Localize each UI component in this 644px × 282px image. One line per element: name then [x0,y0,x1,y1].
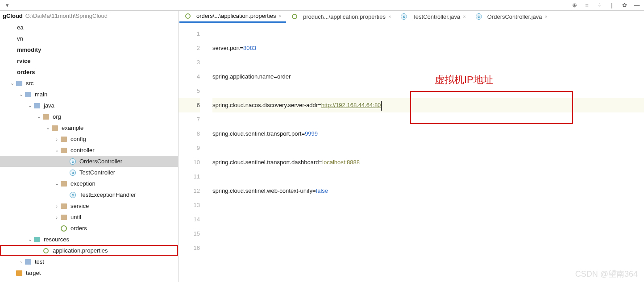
tree-row[interactable]: target [0,267,178,278]
code-line[interactable]: spring.cloud.sentinel.transport.port=999… [212,127,644,141]
tree-label: orders [70,225,87,232]
tree-label: src [25,80,33,87]
editor-tab[interactable]: cTestController.java× [395,11,470,23]
tree-row[interactable]: ⌄main [0,89,178,100]
code-line[interactable]: server.port=8083 [212,41,644,55]
tree-label: TestExceptionHandler [79,191,136,198]
chevron-icon[interactable]: ⌄ [18,91,24,97]
editor-tab[interactable]: orders\...\application.properties× [179,11,286,23]
code-line[interactable] [212,27,644,41]
chevron-icon[interactable]: › [54,203,60,209]
folder-icon [60,180,68,188]
tree-label: service [70,203,89,209]
folder-blue-icon [24,258,32,266]
project-path: G:\DaiMa\11month\SpringCloud [25,12,108,19]
code-line[interactable]: spring.application.name=order [212,70,644,84]
tree-label: resources [43,236,69,243]
folder-blue-icon [15,79,23,87]
tree-row[interactable]: rvice [0,55,178,66]
line-number: 16 [179,241,200,255]
tree-row[interactable]: ea [0,22,178,33]
chevron-icon[interactable]: ⌄ [9,80,15,86]
tree-label: example [61,124,83,131]
tree-label: test [34,258,44,265]
tree-row[interactable]: ›test [0,256,178,267]
line-number: 2 [179,41,200,55]
tree-row[interactable]: cOrdersController [0,156,178,167]
code-line[interactable] [212,55,644,70]
tree-row[interactable]: ›until [0,212,178,223]
cfile-icon: c [69,169,77,177]
line-gutter: 12345678910111213141516 [179,23,205,282]
tree-row[interactable]: ›config [0,133,178,145]
minimize-icon[interactable]: — [632,2,641,8]
line-number: 3 [179,55,200,70]
code-line[interactable]: spring.cloud.sentinel.transport.dashboar… [212,155,644,170]
tree-row[interactable]: ⌄org [0,111,178,122]
line-number: 10 [179,155,200,170]
line-number: 15 [179,227,200,241]
target-icon[interactable]: ⊕ [570,2,579,8]
close-icon[interactable]: × [388,14,391,19]
tree-row[interactable]: orders [0,66,178,78]
gear-icon[interactable]: ✿ [620,2,629,8]
line-number: 14 [179,212,200,227]
close-icon[interactable]: × [545,14,548,19]
editor-tab[interactable]: cOrdersController.java× [470,11,552,23]
tree-row[interactable]: ›service [0,200,178,212]
line-number: 12 [179,184,200,198]
tree-row[interactable]: vn [0,33,178,44]
line-number: 9 [179,141,200,155]
cfile-icon: c [475,12,483,21]
chevron-icon[interactable]: ⌄ [36,114,42,120]
folder-icon [42,113,50,121]
close-icon[interactable]: × [463,14,465,19]
code-line[interactable] [212,141,644,155]
tree-row[interactable]: ⌄resources [0,234,178,245]
tab-label: orders\...\application.properties [196,12,276,19]
folder-teal-icon [33,236,41,244]
chevron-icon[interactable]: ⌄ [45,125,51,131]
editor-tabs[interactable]: orders\...\application.properties×produc… [179,11,644,23]
code-line[interactable] [212,241,644,255]
chevron-icon[interactable]: › [18,259,24,265]
tree-row[interactable]: ⌄exception [0,178,178,189]
tree-row[interactable]: ⌄src [0,78,178,89]
file-tree[interactable]: eavnmmodityrviceorders⌄src⌄main⌄java⌄org… [0,21,178,282]
chevron-icon[interactable]: ⌄ [27,236,33,242]
line-number: 4 [179,70,200,84]
dropdown-arrow-icon[interactable]: ▾ [3,2,12,8]
code-line[interactable] [212,198,644,212]
code-line[interactable] [212,170,644,184]
chevron-icon[interactable]: › [54,137,60,142]
code-line[interactable] [212,212,644,227]
tree-row[interactable]: ⌄controller [0,145,178,156]
code-line[interactable] [212,227,644,241]
chevron-icon[interactable]: › [54,215,60,220]
code-lines[interactable]: 虚拟机IP地址 server.port=8083spring.applicati… [205,23,644,282]
tree-label: java [43,102,54,109]
tab-label: product\...\application.properties [303,13,386,20]
folder-icon [60,202,68,210]
project-name[interactable]: gCloud [3,12,23,19]
editor-tab[interactable]: product\...\application.properties× [286,11,395,23]
project-sidebar: gCloud G:\DaiMa\11month\SpringCloud eavn… [0,11,179,282]
tree-row[interactable]: cTestController [0,167,178,178]
collapse-icon[interactable]: ÷ [595,2,604,8]
tree-row[interactable]: cTestExceptionHandler [0,189,178,200]
folder-icon [60,213,68,221]
chevron-icon[interactable]: ⌄ [27,103,33,108]
chevron-icon[interactable]: ⌄ [54,181,60,187]
tab-label: TestController.java [412,13,460,20]
tree-row[interactable]: ⌄java [0,100,178,111]
tree-row[interactable]: ⌄example [0,122,178,133]
expand-icon[interactable]: ≡ [582,2,591,8]
editor-area: orders\...\application.properties×produc… [179,11,644,282]
code-line[interactable]: spring.cloud.sentinel.web-context-unify=… [212,184,644,198]
tree-row[interactable]: application.properties [0,245,178,256]
close-icon[interactable]: × [278,13,281,19]
tree-row[interactable]: orders [0,223,178,234]
code-editor[interactable]: 12345678910111213141516 虚拟机IP地址 server.p… [179,23,644,282]
tree-row[interactable]: mmodity [0,44,178,55]
chevron-icon[interactable]: ⌄ [54,147,60,153]
